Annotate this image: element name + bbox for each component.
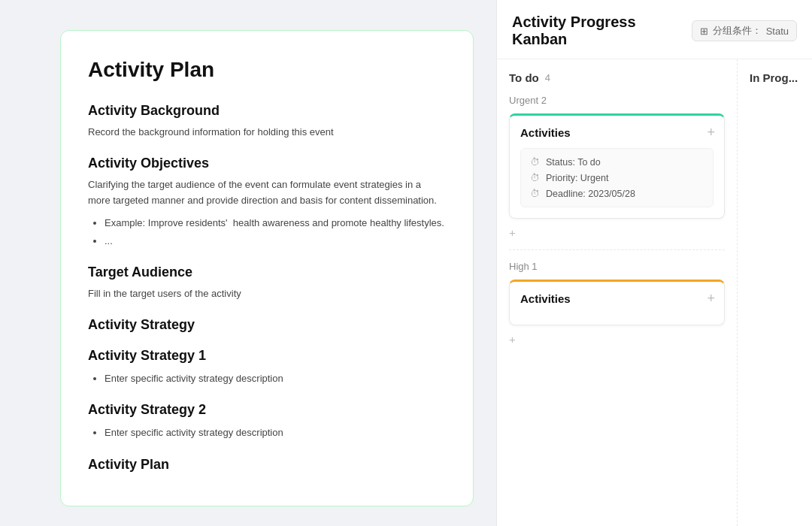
list-item: ... [105, 232, 446, 249]
card-title: Activities [520, 292, 714, 305]
kanban-body: To do4Urgent 2Activities+⏱Status: To do⏱… [497, 59, 812, 526]
meta-row: ⏱Status: To do [530, 156, 704, 168]
section-heading: Target Audience [88, 265, 446, 280]
bullet-list: Enter specific activity strategy descrip… [88, 370, 446, 387]
filter-value: Statu [766, 26, 789, 37]
section-text: Clarifying the target audience of the ev… [88, 177, 446, 209]
list-item: Enter specific activity strategy descrip… [105, 424, 446, 441]
kanban-header: Activity Progress Kanban ⊞ 分组条件： Statu [497, 0, 812, 59]
bullet-list: Example: Improve residents' health aware… [88, 214, 446, 249]
meta-icon: ⏱ [530, 172, 540, 183]
group-label: Urgent 2 [509, 95, 725, 106]
section-heading: Activity Objectives [88, 156, 446, 171]
meta-text: Priority: Urgent [546, 173, 608, 183]
section-heading: Activity Strategy [88, 317, 446, 333]
list-item: Enter specific activity strategy descrip… [105, 370, 446, 387]
card-meta: ⏱Status: To do⏱Priority: Urgent⏱Deadline… [520, 148, 714, 207]
filter-label: 分组条件： [713, 24, 762, 38]
bullet-list: Enter specific activity strategy descrip… [88, 424, 446, 441]
kanban-title: Activity Progress Kanban [512, 14, 683, 48]
left-panel: Activity Plan Activity BackgroundRecord … [0, 0, 496, 526]
meta-icon: ⏱ [530, 156, 540, 168]
column-count: 4 [545, 72, 550, 83]
meta-row: ⏱Priority: Urgent [530, 172, 704, 183]
meta-icon: ⏱ [530, 188, 540, 199]
group-add-button[interactable]: + [509, 333, 725, 346]
list-item: Example: Improve residents' health aware… [105, 214, 446, 231]
card-title: Activities [520, 126, 714, 139]
kanban-column-in-progress: In Prog... [738, 59, 812, 526]
activity-plan-card: Activity Plan Activity BackgroundRecord … [60, 30, 474, 506]
sections-container: Activity BackgroundRecord the background… [88, 103, 446, 473]
kanban-card: Activities+ [509, 280, 725, 325]
section-heading: Activity Plan [88, 457, 446, 473]
card-add-button[interactable]: + [707, 125, 715, 141]
group-label: High 1 [509, 261, 725, 272]
filter-grid-icon: ⊞ [700, 26, 708, 37]
group-add-button[interactable]: + [509, 226, 725, 239]
plan-title: Activity Plan [88, 58, 446, 82]
section-text: Record the background information for ho… [88, 125, 446, 141]
column-header: To do4 [509, 71, 725, 84]
meta-text: Status: To do [546, 157, 601, 168]
kanban-card: Activities+⏱Status: To do⏱Priority: Urge… [509, 113, 725, 219]
meta-text: Deadline: 2023/05/28 [546, 189, 635, 199]
column-title: To do [509, 71, 539, 84]
meta-row: ⏱Deadline: 2023/05/28 [530, 188, 704, 199]
section-heading: Activity Strategy 2 [88, 402, 446, 418]
column-header: In Prog... [750, 71, 812, 84]
section-heading: Activity Strategy 1 [88, 348, 446, 364]
kanban-filter[interactable]: ⊞ 分组条件： Statu [692, 20, 797, 41]
right-panel: Activity Progress Kanban ⊞ 分组条件： Statu T… [496, 0, 812, 526]
card-add-button[interactable]: + [707, 291, 715, 307]
section-heading: Activity Background [88, 103, 446, 119]
section-text: Fill in the target users of the activity [88, 286, 446, 302]
column-title: In Prog... [750, 71, 798, 84]
kanban-column-todo: To do4Urgent 2Activities+⏱Status: To do⏱… [497, 59, 738, 526]
